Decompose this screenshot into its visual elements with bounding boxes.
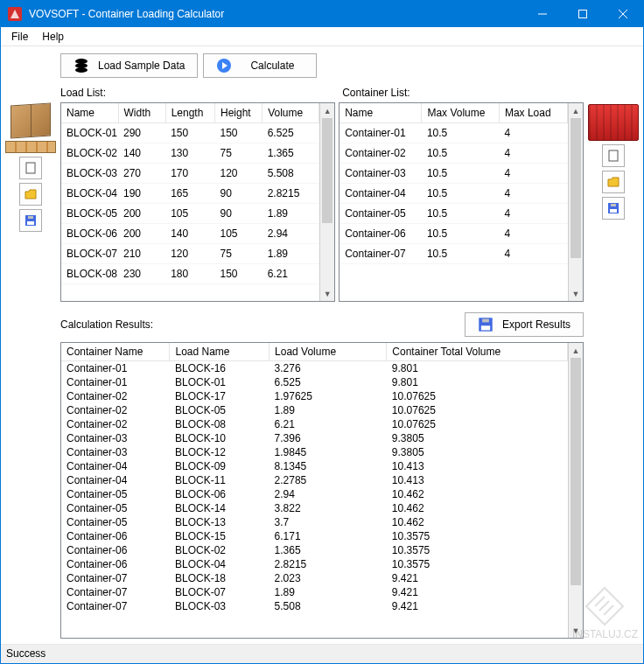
column-header[interactable]: Load Name bbox=[170, 343, 270, 361]
table-row[interactable]: Container-03BLOCK-107.3969.3805 bbox=[61, 431, 568, 445]
load-list-label: Load List: bbox=[4, 85, 335, 102]
results-label: Calculation Results: bbox=[60, 318, 153, 331]
results-table[interactable]: Container NameLoad NameLoad VolumeContai… bbox=[60, 342, 584, 639]
menu-help[interactable]: Help bbox=[35, 29, 71, 45]
table-row[interactable]: BLOCK-032701701205.508 bbox=[61, 164, 319, 184]
column-header[interactable]: Max Volume bbox=[422, 103, 500, 123]
svg-point-3 bbox=[75, 67, 88, 73]
load-scrollbar[interactable]: ▲▼ bbox=[319, 103, 334, 301]
column-header[interactable]: Load Volume bbox=[270, 343, 387, 361]
table-row[interactable]: BLOCK-04190165902.8215 bbox=[61, 184, 319, 204]
minimize-button[interactable] bbox=[522, 1, 563, 27]
table-row[interactable]: Container-0710.54 bbox=[340, 244, 567, 264]
export-results-button[interactable]: Export Results bbox=[465, 312, 584, 337]
table-row[interactable]: BLOCK-05200105901.89 bbox=[61, 204, 319, 224]
status-bar: Success bbox=[1, 644, 643, 663]
load-list-table[interactable]: NameWidthLengthHeightVolumeBLOCK-0129015… bbox=[60, 102, 335, 302]
table-row[interactable]: Container-02BLOCK-171.9762510.07625 bbox=[61, 389, 568, 403]
table-row[interactable]: Container-01BLOCK-016.5259.801 bbox=[61, 375, 568, 389]
container-list-table[interactable]: NameMax VolumeMax LoadContainer-0110.54C… bbox=[339, 102, 584, 302]
table-row[interactable]: Container-07BLOCK-182.0239.421 bbox=[61, 571, 568, 585]
load-save-button[interactable] bbox=[19, 209, 42, 232]
shipping-container-icon bbox=[588, 104, 639, 141]
container-scrollbar[interactable]: ▲▼ bbox=[568, 103, 583, 301]
load-open-button[interactable] bbox=[19, 183, 42, 206]
column-header[interactable]: Width bbox=[118, 103, 165, 123]
svg-rect-15 bbox=[482, 319, 489, 323]
status-text: Success bbox=[6, 647, 46, 660]
svg-rect-7 bbox=[27, 221, 34, 225]
table-row[interactable]: Container-05BLOCK-143.82210.462 bbox=[61, 501, 568, 515]
table-row[interactable]: Container-03BLOCK-121.98459.3805 bbox=[61, 445, 568, 459]
table-row[interactable]: Container-0210.54 bbox=[340, 143, 567, 164]
load-sample-button[interactable]: Load Sample Data bbox=[60, 53, 198, 78]
column-header[interactable]: Name bbox=[61, 103, 118, 123]
column-header[interactable]: Container Total Volume bbox=[387, 343, 568, 361]
column-header[interactable]: Length bbox=[165, 103, 214, 123]
calculate-label: Calculate bbox=[241, 59, 304, 72]
pallet-box-icon bbox=[5, 104, 56, 153]
container-open-button[interactable] bbox=[602, 171, 625, 193]
toolbar: Load Sample Data Calculate bbox=[1, 46, 643, 85]
column-header[interactable]: Height bbox=[214, 103, 262, 123]
table-row[interactable]: BLOCK-082301801506.21 bbox=[61, 264, 319, 284]
menubar: File Help bbox=[1, 27, 643, 46]
table-row[interactable]: BLOCK-02140130751.365 bbox=[61, 143, 319, 164]
menu-file[interactable]: File bbox=[4, 29, 35, 45]
svg-rect-0 bbox=[579, 10, 587, 18]
table-row[interactable]: Container-06BLOCK-156.17110.3575 bbox=[61, 529, 568, 543]
close-button[interactable] bbox=[603, 1, 643, 27]
table-row[interactable]: BLOCK-012901501506.525 bbox=[61, 123, 319, 143]
svg-rect-5 bbox=[26, 163, 35, 173]
table-row[interactable]: Container-0110.54 bbox=[340, 123, 567, 143]
container-new-button[interactable] bbox=[602, 144, 625, 167]
titlebar: VOVSOFT - Container Loading Calculator bbox=[1, 1, 643, 27]
results-scrollbar[interactable]: ▲▼ bbox=[568, 343, 583, 638]
table-row[interactable]: Container-04BLOCK-112.278510.413 bbox=[61, 473, 568, 487]
play-icon bbox=[216, 58, 232, 73]
table-row[interactable]: Container-02BLOCK-051.8910.07625 bbox=[61, 403, 568, 417]
svg-rect-14 bbox=[481, 325, 490, 330]
export-label: Export Results bbox=[502, 318, 570, 331]
table-row[interactable]: BLOCK-07210120751.89 bbox=[61, 244, 319, 264]
table-row[interactable]: Container-0510.54 bbox=[340, 204, 567, 224]
table-row[interactable]: Container-02BLOCK-086.2110.07625 bbox=[61, 417, 568, 431]
maximize-button[interactable] bbox=[563, 1, 603, 27]
window-title: VOVSOFT - Container Loading Calculator bbox=[29, 8, 522, 20]
database-icon bbox=[74, 58, 89, 73]
table-row[interactable]: Container-05BLOCK-062.9410.462 bbox=[61, 487, 568, 501]
table-row[interactable]: Container-04BLOCK-098.134510.413 bbox=[61, 459, 568, 473]
load-sample-label: Load Sample Data bbox=[98, 59, 185, 72]
table-row[interactable]: Container-0610.54 bbox=[340, 224, 567, 244]
load-new-button[interactable] bbox=[19, 157, 42, 179]
column-header[interactable]: Container Name bbox=[61, 343, 170, 361]
svg-rect-11 bbox=[610, 209, 617, 213]
column-header[interactable]: Volume bbox=[262, 103, 319, 123]
container-save-button[interactable] bbox=[602, 197, 625, 220]
table-row[interactable]: Container-06BLOCK-021.36510.3575 bbox=[61, 543, 568, 557]
column-header[interactable]: Max Load bbox=[499, 103, 567, 123]
table-row[interactable]: Container-07BLOCK-071.899.421 bbox=[61, 585, 568, 599]
table-row[interactable]: Container-05BLOCK-133.710.462 bbox=[61, 515, 568, 529]
table-row[interactable]: Container-01BLOCK-163.2769.801 bbox=[61, 361, 568, 376]
svg-rect-8 bbox=[28, 216, 33, 219]
svg-rect-9 bbox=[609, 150, 618, 161]
calculate-button[interactable]: Calculate bbox=[203, 53, 317, 78]
table-row[interactable]: Container-0310.54 bbox=[340, 164, 567, 184]
app-icon bbox=[8, 7, 22, 21]
svg-rect-12 bbox=[611, 204, 616, 206]
table-row[interactable]: BLOCK-062001401052.94 bbox=[61, 224, 319, 244]
container-list-label: Container List: bbox=[339, 85, 640, 102]
column-header[interactable]: Name bbox=[340, 103, 422, 123]
table-row[interactable]: Container-06BLOCK-042.821510.3575 bbox=[61, 557, 568, 571]
table-row[interactable]: Container-07BLOCK-035.5089.421 bbox=[61, 599, 568, 613]
save-icon bbox=[478, 317, 494, 332]
table-row[interactable]: Container-0410.54 bbox=[340, 184, 567, 204]
